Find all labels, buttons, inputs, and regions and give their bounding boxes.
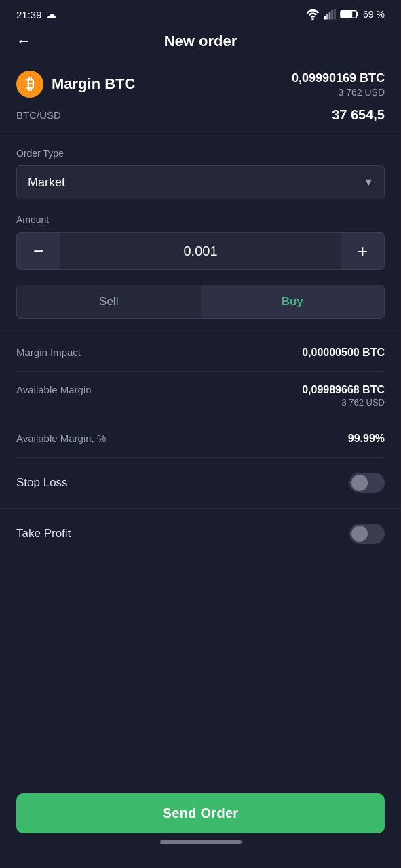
back-button[interactable]: ←	[16, 33, 31, 50]
decrement-button[interactable]: −	[17, 233, 60, 269]
svg-rect-3	[329, 12, 331, 20]
stop-loss-thumb	[351, 475, 368, 491]
margin-impact-label: Margin Impact	[16, 347, 81, 358]
increment-button[interactable]: +	[341, 233, 384, 269]
svg-rect-5	[334, 9, 336, 20]
battery-icon	[340, 9, 359, 20]
stop-loss-label: Stop Loss	[16, 476, 68, 490]
page-title: New order	[164, 33, 237, 50]
amount-field: Amount − 0.001 +	[16, 214, 385, 270]
send-order-button[interactable]: Send Order	[16, 793, 385, 833]
stop-loss-row: Stop Loss	[0, 458, 401, 509]
available-margin-value: 0,09989668 BTC 3 762 USD	[302, 384, 385, 408]
take-profit-row: Take Profit	[0, 509, 401, 559]
wifi-icon	[306, 9, 320, 20]
page-header: ← New order	[0, 26, 401, 62]
order-type-select[interactable]: Market Limit Stop	[16, 165, 385, 199]
take-profit-toggle[interactable]	[349, 524, 385, 544]
available-margin-pct-row: Available Margin, % 99.99%	[16, 420, 385, 458]
buy-sell-toggle: Sell Buy	[16, 285, 385, 319]
home-indicator	[16, 833, 385, 846]
stop-loss-toggle[interactable]	[349, 473, 385, 493]
pair-label: BTC/USD	[16, 109, 61, 121]
svg-rect-2	[326, 14, 328, 20]
available-margin-row: Available Margin 0,09989668 BTC 3 762 US…	[16, 372, 385, 420]
asset-name: Margin BTC	[52, 75, 135, 93]
order-type-dropdown[interactable]: Market Limit Stop ▼	[16, 165, 385, 199]
order-type-label: Order Type	[16, 148, 385, 159]
take-profit-thumb	[351, 526, 368, 542]
available-margin-pct-label: Available Margin, %	[16, 433, 106, 444]
asset-info-section: ₿ Margin BTC 0,09990169 BTC 3 762 USD	[0, 62, 401, 103]
battery-percent: 69 %	[363, 9, 385, 20]
svg-point-0	[311, 18, 313, 20]
asset-usd-amount: 3 762 USD	[292, 87, 385, 98]
pair-row: BTC/USD 37 654,5	[0, 103, 401, 134]
amount-label: Amount	[16, 214, 385, 225]
home-bar	[160, 840, 242, 844]
bottom-section: Send Order	[0, 783, 401, 868]
pair-price: 37 654,5	[332, 107, 385, 123]
svg-rect-1	[324, 16, 326, 20]
amount-value: 0.001	[60, 243, 341, 259]
status-time-area: 21:39	[16, 8, 56, 20]
status-icons-area: 69 %	[306, 9, 385, 20]
signal-icon	[324, 9, 336, 20]
asset-btc-amount: 0,09990169 BTC	[292, 71, 385, 85]
order-form: Order Type Market Limit Stop ▼ Amount − …	[0, 134, 401, 319]
available-margin-pct-value: 99.99%	[348, 433, 385, 445]
asset-balance: 0,09990169 BTC 3 762 USD	[292, 71, 385, 98]
btc-icon: ₿	[16, 71, 43, 98]
cloud-icon	[46, 8, 56, 20]
amount-control: − 0.001 +	[16, 232, 385, 270]
available-margin-label: Available Margin	[16, 384, 92, 395]
buy-button[interactable]: Buy	[201, 285, 385, 318]
svg-rect-7	[341, 12, 352, 18]
time-display: 21:39	[16, 9, 42, 20]
sell-button[interactable]: Sell	[17, 285, 201, 318]
take-profit-label: Take Profit	[16, 527, 71, 540]
info-rows-section: Margin Impact 0,00000500 BTC Available M…	[0, 334, 401, 458]
margin-impact-row: Margin Impact 0,00000500 BTC	[16, 334, 385, 372]
status-bar: 21:39 69 %	[0, 0, 401, 26]
margin-impact-value: 0,00000500 BTC	[302, 347, 385, 359]
svg-rect-4	[331, 10, 333, 20]
asset-left: ₿ Margin BTC	[16, 71, 135, 98]
